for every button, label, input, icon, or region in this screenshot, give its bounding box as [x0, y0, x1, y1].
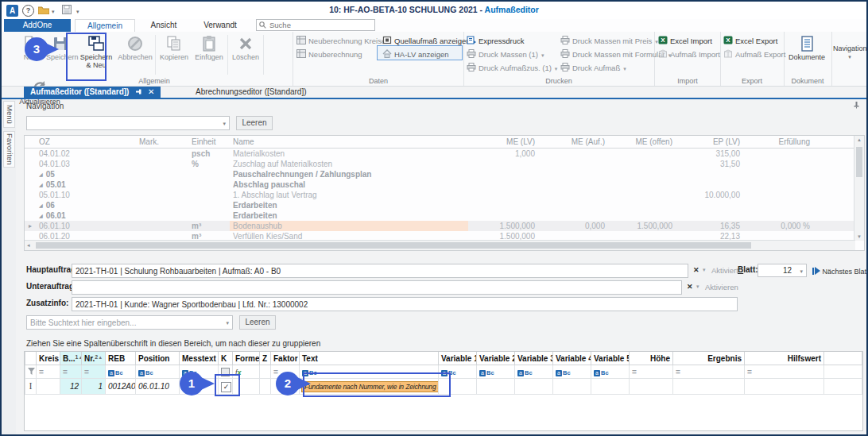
blatt-spinner[interactable]: ▾ [758, 264, 807, 277]
col-me-lv[interactable]: ME (LV) [468, 136, 538, 149]
vertical-scrollbar[interactable]: ▲ ▼ [854, 136, 864, 241]
col-oz[interactable]: OZ [36, 136, 136, 149]
aufmass-import-button[interactable]: Aufmaß Import [655, 48, 719, 61]
col-variable2[interactable]: Variable 2 [477, 352, 515, 365]
filter-hilfswert[interactable]: = [745, 365, 824, 379]
aufmass-export-button[interactable]: Aufmaß Export [720, 48, 782, 61]
druck-massen-mit-formular-button[interactable]: Druck Massen mit Formular▾ [557, 48, 653, 61]
col-ergebnis[interactable]: Ergebnis [673, 352, 745, 365]
col-variable5[interactable]: Variable 5 [591, 352, 630, 365]
col-hoehe[interactable]: Höhe [630, 352, 673, 365]
col-kreis[interactable]: Kreis [37, 352, 60, 365]
tab-allgemein[interactable]: Allgemein [75, 19, 135, 32]
navigation-button[interactable]: Navigation ▾ [831, 33, 868, 87]
kopieren-button[interactable]: Kopieren [157, 33, 192, 76]
clear-x-icon[interactable]: ✕ [693, 266, 699, 274]
navigation-leeren-button[interactable]: Leeren [236, 116, 273, 130]
cell-reb[interactable]: 0012A0 [106, 379, 136, 395]
druck-aufmasszus-button[interactable]: Druck Aufmaßzus. (1)▾ [463, 61, 557, 75]
excel-import-button[interactable]: XExcel Import [655, 34, 719, 48]
col-faktor[interactable]: Faktor [271, 352, 300, 365]
measure-search-combo[interactable]: ▾ [26, 315, 233, 330]
tab-abrechnungseditor[interactable]: Abrechnungseditor ([Standard]) [189, 87, 313, 98]
expand-icon[interactable]: ◢ [39, 183, 43, 187]
cell-v4[interactable] [553, 379, 591, 395]
scroll-left-icon[interactable]: ◂ [27, 242, 30, 249]
filter-kreis[interactable]: = [37, 365, 60, 379]
col-position[interactable]: Position [136, 352, 180, 365]
col-ep-lv[interactable]: EP (LV) [676, 136, 743, 149]
filter-formel[interactable]: fx [233, 365, 260, 379]
dokumente-button[interactable]: Dokumente [784, 33, 830, 76]
col-name[interactable]: Name [230, 136, 468, 149]
cell-formel[interactable] [233, 379, 260, 395]
filter-nr[interactable]: = [82, 365, 106, 379]
einfuegen-button[interactable]: Einfügen [192, 33, 227, 76]
col-hilfswert[interactable]: Hilfswert [745, 352, 824, 365]
chevron-down-icon[interactable]: ▾ [703, 267, 706, 273]
hauptauftrag-input[interactable] [72, 264, 688, 277]
cell-v3[interactable] [515, 379, 553, 395]
horizontal-scrollbar[interactable]: ◂ [25, 240, 855, 250]
table-row-group[interactable]: ◢06.01 Erdarbeiten [25, 210, 856, 221]
col-erfuellung[interactable]: Erfüllung [743, 136, 813, 149]
zusatzinfo-field[interactable] [72, 297, 738, 311]
col-k[interactable]: K [219, 352, 233, 365]
filter-b[interactable]: = [60, 365, 82, 379]
table-row-group[interactable]: ◢05.01 Abschlag pauschal [25, 179, 856, 190]
tab-ansicht[interactable]: Ansicht [138, 19, 189, 32]
col-variable3[interactable]: Variable 3 [515, 352, 553, 365]
cell-ergebnis[interactable] [673, 379, 745, 395]
cell-kreis[interactable] [37, 379, 60, 395]
sidebar-tab-favoriten[interactable]: Favoriten [3, 131, 15, 168]
cell-k-checkbox[interactable]: ✓ [219, 379, 233, 395]
unterauftrag-combo[interactable] [72, 280, 682, 295]
cell-text[interactable]: Fundamente nach Nummer, wie in Zeichnung… [300, 379, 439, 395]
cell-b[interactable]: 12 [60, 379, 82, 395]
filter-reb[interactable]: aBc [106, 365, 136, 379]
close-icon[interactable]: ✕ [148, 87, 154, 96]
filter-k[interactable] [219, 365, 233, 379]
measure-search-input[interactable] [27, 316, 232, 329]
filter-hoehe[interactable]: = [630, 365, 673, 379]
druck-massen-mit-preis-button[interactable]: Druck Massen mit Preis▾ [557, 34, 653, 48]
loeschen-button[interactable]: Löschen [229, 33, 262, 76]
col-variable1[interactable]: Variable 1 [439, 352, 477, 365]
navigation-combo-input[interactable] [27, 117, 229, 129]
table-row[interactable]: 04.01.02 pschMaterialkosten 1,000 315,00 [25, 149, 856, 160]
clear-x-icon[interactable]: ✕ [687, 283, 693, 291]
unterauftrag-input[interactable] [72, 281, 681, 294]
cell-v1[interactable] [439, 379, 477, 395]
table-row-selected[interactable]: ▸ 06.01.10 m³ Bodenaushub 1.500,000 0,00… [25, 221, 856, 231]
neuberechnung-kreise-button[interactable]: Neuberechnung Kreise [293, 34, 379, 48]
tab-aufmasseditor[interactable]: Aufmaßeditor ([Standard]) ✕ [24, 87, 161, 98]
table-row-group[interactable]: ◢05 Pauschalrechnungen / Zahlungsplan [25, 169, 856, 179]
filter-v1[interactable]: aBc [439, 365, 477, 379]
filter-z[interactable] [260, 365, 271, 379]
col-reb[interactable]: REB [106, 352, 136, 365]
table-row[interactable]: 04.01.03 %Zuschlag auf Materialkosten 31… [25, 159, 856, 169]
zusatzinfo-input[interactable] [72, 298, 737, 311]
aktivieren-label[interactable]: Aktivieren [705, 283, 738, 291]
hauptauftrag-combo[interactable] [72, 264, 688, 278]
tab-verwandt[interactable]: Verwandt [192, 19, 248, 32]
autohide-pin-icon[interactable] [853, 101, 860, 109]
filter-v4[interactable]: aBc [553, 365, 591, 379]
quellaufmass-anzeigen-toggle[interactable]: Quellaufmaß anzeigen [379, 34, 462, 48]
pin-icon[interactable] [135, 88, 142, 95]
expand-icon[interactable]: ◢ [39, 214, 43, 218]
druck-aufmass-button[interactable]: Druck Aufmaß▾ [557, 61, 653, 75]
col-variable4[interactable]: Variable 4 [553, 352, 591, 365]
abbrechen-button[interactable]: Abbrechen [116, 33, 154, 76]
scroll-down-icon[interactable]: ▼ [854, 234, 864, 239]
col-z[interactable]: Z [260, 352, 271, 365]
measure-leeren-button[interactable]: Leeren [239, 315, 276, 330]
col-me-offen[interactable]: ME (offen) [608, 136, 676, 149]
table-row[interactable]: 05.01.10 1. Abschlag laut Vertrag 10.000… [25, 190, 856, 200]
filter-v5[interactable]: aBc [591, 365, 630, 379]
scrollbar-thumb[interactable] [856, 147, 862, 177]
scrollbar-thumb[interactable] [36, 242, 751, 249]
filter-text[interactable]: aBc [300, 365, 439, 379]
expand-icon[interactable]: ◢ [39, 172, 43, 177]
chevron-down-icon[interactable]: ▾ [800, 268, 803, 275]
